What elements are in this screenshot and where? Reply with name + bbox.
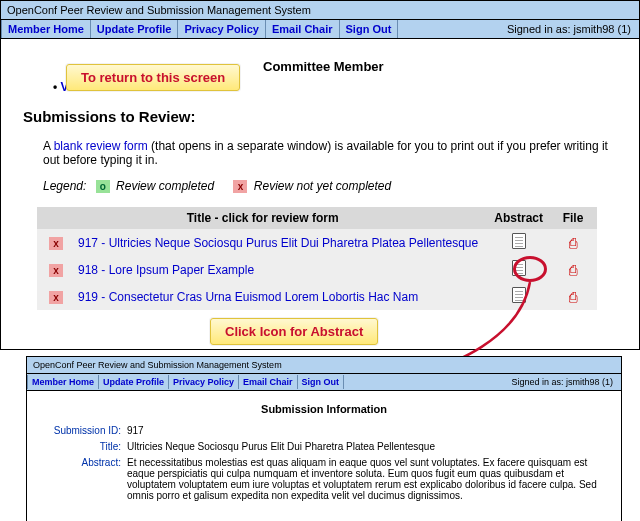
nav-email-chair-2[interactable]: Email Chair (239, 375, 298, 389)
nav-sign-out-2[interactable]: Sign Out (298, 375, 345, 389)
nav-privacy-policy-2[interactable]: Privacy Policy (169, 375, 239, 389)
subtitle-label: Title: (45, 441, 127, 452)
title-bar-2: OpenConf Peer Review and Submission Mana… (27, 357, 621, 374)
subabstract-label: Abstract: (45, 457, 127, 501)
subtitle-value: Ultricies Neque Sociosqu Purus Elit Dui … (127, 441, 603, 452)
signed-in-label-2: Signed in as: jsmith98 (1) (503, 374, 621, 390)
nav-update-profile-2[interactable]: Update Profile (99, 375, 169, 389)
submission-info: Submission Information Submission ID: 91… (27, 391, 621, 521)
arrow-overlay (0, 0, 640, 380)
subinfo-heading: Submission Information (45, 403, 603, 415)
nav-links-2: Member Home Update Profile Privacy Polic… (27, 375, 344, 389)
nav-row-2: Member Home Update Profile Privacy Polic… (27, 374, 621, 391)
nav-member-home-2[interactable]: Member Home (27, 375, 99, 389)
detail-panel: OpenConf Peer Review and Submission Mana… (26, 356, 622, 521)
subid-label: Submission ID: (45, 425, 127, 436)
subid-value: 917 (127, 425, 603, 436)
subabstract-value: Et necessitatibus molestias est quas ali… (127, 457, 603, 501)
